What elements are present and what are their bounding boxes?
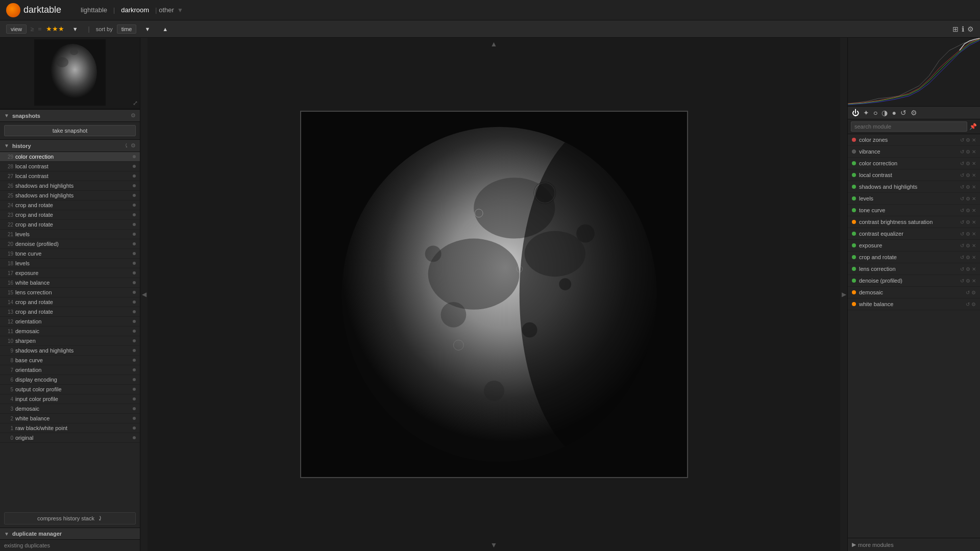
color-icon[interactable]: ●: [892, 109, 896, 117]
module-action-1[interactable]: ⚙: [966, 196, 970, 202]
base-icon[interactable]: ○: [873, 109, 877, 117]
history-item[interactable]: 19 tone curve: [0, 249, 140, 259]
compress-history-button[interactable]: compress history stack ⤸: [4, 512, 136, 524]
nav-darkroom[interactable]: darkroom: [117, 4, 153, 16]
module-action-0[interactable]: ↺: [960, 137, 964, 143]
module-action-1[interactable]: ⚙: [966, 255, 970, 260]
module-action-2[interactable]: ✕: [972, 278, 976, 284]
module-item[interactable]: vibrance ↺⚙✕: [848, 146, 980, 158]
history-item[interactable]: 14 crop and rotate: [0, 297, 140, 307]
module-action-0[interactable]: ↺: [960, 278, 964, 284]
scroll-down-arrow[interactable]: ▼: [491, 541, 498, 549]
module-action-0[interactable]: ↺: [960, 208, 964, 213]
module-action-0[interactable]: ↺: [960, 161, 964, 166]
module-search-input[interactable]: [851, 121, 967, 132]
module-action-1[interactable]: ⚙: [966, 172, 970, 178]
scroll-up-arrow[interactable]: ▲: [491, 40, 498, 48]
module-action-2[interactable]: ✕: [972, 184, 976, 190]
module-action-0[interactable]: ↺: [960, 172, 964, 178]
history-item[interactable]: 23 crop and rotate: [0, 210, 140, 220]
history-item[interactable]: 22 crop and rotate: [0, 220, 140, 230]
module-action-2[interactable]: ✕: [972, 196, 976, 202]
module-item[interactable]: contrast brightness saturation ↺⚙✕: [848, 216, 980, 228]
effects-icon[interactable]: ⚙: [911, 109, 917, 117]
module-item[interactable]: levels ↺⚙✕: [848, 193, 980, 205]
snapshots-header[interactable]: ▼ snapshots ⚙: [0, 109, 140, 122]
history-item[interactable]: 6 display encoding: [0, 375, 140, 385]
zoom-icon[interactable]: ⊞: [952, 25, 959, 33]
module-action-0[interactable]: ↺: [960, 196, 964, 202]
module-action-2[interactable]: ✕: [972, 255, 976, 260]
info-icon[interactable]: ℹ: [962, 25, 964, 33]
module-action-2[interactable]: ✕: [972, 243, 976, 248]
star-dropdown[interactable]: ▼: [68, 25, 82, 33]
favorites-icon[interactable]: ✦: [863, 109, 869, 117]
history-item[interactable]: 0 original: [0, 433, 140, 443]
module-action-2[interactable]: ✕: [972, 149, 976, 155]
module-item[interactable]: local contrast ↺⚙✕: [848, 169, 980, 181]
module-action-0[interactable]: ↺: [960, 255, 964, 260]
module-action-1[interactable]: ⚙: [966, 208, 970, 213]
history-item[interactable]: 15 lens correction: [0, 288, 140, 297]
module-action-1[interactable]: ⚙: [966, 137, 970, 143]
module-item[interactable]: exposure ↺⚙✕: [848, 240, 980, 252]
history-item[interactable]: 1 raw black/white point: [0, 423, 140, 433]
module-item[interactable]: demosaic ↺⚙: [848, 287, 980, 298]
star-rating[interactable]: ★★★: [46, 25, 64, 33]
take-snapshot-button[interactable]: take snapshot: [4, 125, 136, 136]
module-action-2[interactable]: ✕: [972, 208, 976, 213]
module-item[interactable]: lens correction ↺⚙✕: [848, 263, 980, 275]
module-item[interactable]: shadows and highlights ↺⚙✕: [848, 181, 980, 193]
module-action-1[interactable]: ⚙: [966, 278, 970, 284]
tone-icon[interactable]: ◑: [881, 109, 888, 117]
module-action-0[interactable]: ↺: [960, 231, 964, 237]
sort-value[interactable]: time: [117, 24, 137, 34]
module-action-0[interactable]: ↺: [966, 290, 970, 295]
history-item[interactable]: 16 white balance: [0, 278, 140, 288]
history-item[interactable]: 8 base curve: [0, 356, 140, 365]
module-action-1[interactable]: ⚙: [971, 290, 976, 295]
view-button[interactable]: view: [6, 24, 27, 34]
history-item[interactable]: 21 levels: [0, 230, 140, 239]
history-item[interactable]: 10 sharpen: [0, 336, 140, 346]
module-action-1[interactable]: ⚙: [966, 149, 970, 155]
history-item[interactable]: 4 input color profile: [0, 394, 140, 404]
pin-icon[interactable]: 📌: [969, 123, 977, 130]
power-icon[interactable]: ⏻: [852, 109, 859, 117]
nav-lighttable[interactable]: lighttable: [77, 4, 111, 16]
history-item[interactable]: 11 demosaic: [0, 327, 140, 336]
module-action-0[interactable]: ↺: [960, 219, 964, 225]
module-item[interactable]: color zones ↺⚙✕: [848, 134, 980, 146]
history-item[interactable]: 24 crop and rotate: [0, 201, 140, 210]
history-item[interactable]: 20 denoise (profiled): [0, 239, 140, 249]
module-action-1[interactable]: ⚙: [966, 219, 970, 225]
history-item[interactable]: 12 orientation: [0, 317, 140, 327]
history-item[interactable]: 13 crop and rotate: [0, 307, 140, 317]
module-action-1[interactable]: ⚙: [966, 231, 970, 237]
sort-direction[interactable]: ▲: [158, 25, 172, 33]
expand-icon[interactable]: ⤢: [133, 99, 138, 107]
module-item[interactable]: tone curve ↺⚙✕: [848, 205, 980, 216]
module-action-2[interactable]: ✕: [972, 219, 976, 225]
collapse-right-panel[interactable]: ▶: [840, 38, 847, 551]
more-modules-button[interactable]: ▶ more modules: [848, 538, 980, 551]
module-item[interactable]: color correction ↺⚙✕: [848, 158, 980, 169]
module-item[interactable]: white balance ↺⚙: [848, 298, 980, 310]
module-action-2[interactable]: ✕: [972, 161, 976, 166]
correct-icon[interactable]: ↺: [900, 109, 906, 117]
image-container[interactable]: [300, 111, 688, 478]
module-action-0[interactable]: ↺: [960, 243, 964, 248]
module-action-1[interactable]: ⚙: [971, 302, 976, 307]
module-action-0[interactable]: ↺: [960, 149, 964, 155]
sort-dropdown[interactable]: ▼: [140, 25, 154, 33]
module-action-2[interactable]: ✕: [972, 172, 976, 178]
module-item[interactable]: contrast equalizer ↺⚙✕: [848, 228, 980, 240]
history-item[interactable]: 27 local contrast: [0, 171, 140, 181]
module-action-0[interactable]: ↺: [960, 184, 964, 190]
history-item[interactable]: 7 orientation: [0, 365, 140, 375]
module-action-2[interactable]: ✕: [972, 137, 976, 143]
history-item[interactable]: 26 shadows and highlights: [0, 181, 140, 191]
history-item[interactable]: 18 levels: [0, 259, 140, 268]
module-action-0[interactable]: ↺: [966, 302, 970, 307]
module-action-2[interactable]: ✕: [972, 266, 976, 272]
